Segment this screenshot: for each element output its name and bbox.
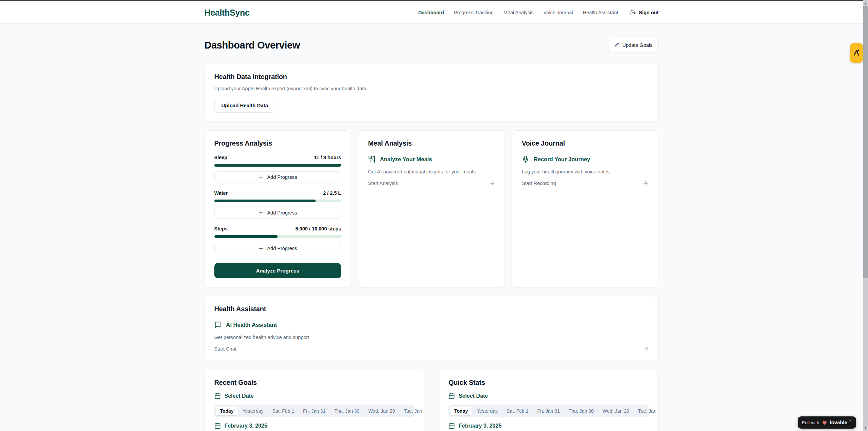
microphone-icon <box>522 155 529 163</box>
select-date-label: Select Date <box>459 393 488 399</box>
recent-goals-selected-date[interactable]: February 3, 2025 <box>214 423 415 429</box>
date-tab[interactable]: Fri, Jan 31 <box>533 407 564 415</box>
quick-stats-date-tabs: Today Yesterday Sat, Feb 1 Fri, Jan 31 T… <box>448 405 649 417</box>
calendar-icon <box>214 423 221 429</box>
heart-icon <box>822 420 828 426</box>
brand-logo[interactable]: HealthSync <box>205 8 250 18</box>
metrics-list: Sleep 11 / 8 hours <box>214 155 341 254</box>
start-recording-action[interactable]: Start Recording <box>522 180 649 186</box>
side-tab-button[interactable] <box>850 43 863 63</box>
progress-bar-fill <box>214 200 316 202</box>
nav-link[interactable]: Voice Journal <box>543 10 573 15</box>
meal-analysis-card: Meal Analysis Analyze Your Meals Get AI-… <box>358 130 505 287</box>
vertical-scrollbar[interactable]: ▲ ▼ <box>863 0 868 431</box>
nav-link[interactable]: Progress Tracking <box>454 10 494 15</box>
feature-cards-row: Progress Analysis Sleep 11 / 8 hours <box>205 130 659 287</box>
progress-analysis-card: Progress Analysis Sleep 11 / 8 hours <box>205 130 351 287</box>
date-tab[interactable]: Today <box>216 407 238 415</box>
selected-date-label: February 3, 2025 <box>225 423 267 429</box>
analyze-your-meals-label: Analyze Your Meals <box>380 156 432 163</box>
main-nav: Dashboard Progress Tracking Meal Analysi… <box>418 10 658 16</box>
date-tab[interactable]: Today <box>450 407 472 415</box>
voice-journal-card: Voice Journal Record Your Journey Log yo… <box>512 130 659 287</box>
scroll-up-arrow-icon[interactable]: ▲ <box>863 1 868 6</box>
metric-block: Water 2 / 2.5 L Ad <box>214 190 341 219</box>
date-tab[interactable]: Sat, Feb 1 <box>502 407 533 415</box>
progress-analysis-title: Progress Analysis <box>214 139 341 147</box>
plus-icon <box>258 210 264 215</box>
record-your-journey-link[interactable]: Record Your Journey <box>522 155 649 163</box>
analyze-progress-button[interactable]: Analyze Progress <box>214 263 341 278</box>
nav-link[interactable]: Health Assistant <box>583 10 618 15</box>
browser-viewport: HealthSync Dashboard Progress Tracking M… <box>0 0 863 431</box>
add-progress-label: Add Progress <box>267 246 297 251</box>
ai-health-assistant-link[interactable]: AI Health Assistant <box>214 321 649 329</box>
date-tab[interactable]: Tue, Jan 28 <box>634 407 659 415</box>
lovable-label: lovable <box>830 420 847 425</box>
add-progress-label: Add Progress <box>267 174 297 180</box>
metric-value: 5,000 / 10,000 steps <box>296 226 341 231</box>
page-title: Dashboard Overview <box>205 40 300 51</box>
metric-block: Steps 5,000 / 10,000 steps <box>214 226 341 254</box>
update-goals-button[interactable]: Update Goals <box>608 38 659 52</box>
health-assistant-description: Get personalized health advice and suppo… <box>214 335 649 340</box>
date-tab[interactable]: Tue, Jan 28 <box>399 407 424 415</box>
add-progress-button[interactable]: Add Progress <box>214 207 341 219</box>
edit-with-label: Edit with <box>802 420 819 425</box>
quick-stats-card: Quick Stats Select Date Today <box>439 370 659 431</box>
start-analysis-label: Start Analysis <box>368 181 398 186</box>
start-analysis-action[interactable]: Start Analysis <box>368 180 495 186</box>
progress-bar-fill <box>214 164 341 167</box>
add-progress-button[interactable]: Add Progress <box>214 243 341 254</box>
progress-bar-fill <box>214 235 278 238</box>
calendar-icon <box>448 393 455 399</box>
metric-block: Sleep 11 / 8 hours <box>214 155 341 183</box>
metric-label: Sleep <box>214 155 228 160</box>
nav-link[interactable]: Meal Analysis <box>503 10 534 15</box>
quick-stats-select-date[interactable]: Select Date <box>448 393 649 399</box>
metric-label: Steps <box>214 226 228 231</box>
progress-bar-track <box>214 235 341 238</box>
date-tab[interactable]: Fri, Jan 31 <box>299 407 330 415</box>
record-your-journey-label: Record Your Journey <box>534 156 590 163</box>
metric-value: 11 / 8 hours <box>314 155 341 160</box>
add-progress-label: Add Progress <box>267 210 297 215</box>
date-tab[interactable]: Thu, Jan 30 <box>564 407 598 415</box>
scroll-down-arrow-icon[interactable]: ▼ <box>863 425 868 430</box>
main-content: Dashboard Overview Update Goals Health D… <box>205 24 659 431</box>
voice-journal-description: Log your health journey with voice notes <box>522 169 649 174</box>
start-chat-action[interactable]: Start Chat <box>214 346 649 352</box>
quick-stats-title: Quick Stats <box>448 379 649 387</box>
arrow-right-icon <box>643 346 649 352</box>
utensils-icon <box>368 155 375 163</box>
arrow-right-icon <box>489 180 495 186</box>
nav-link[interactable]: Dashboard <box>418 10 444 15</box>
calendar-icon <box>448 423 455 429</box>
metric-label: Water <box>214 190 228 196</box>
meal-analysis-title: Meal Analysis <box>368 139 495 147</box>
side-tab-logo-icon <box>853 49 860 57</box>
integration-description: Upload your Apple Health export (export.… <box>214 86 649 91</box>
date-tab[interactable]: Yesterday <box>472 407 502 415</box>
plus-icon <box>258 174 264 180</box>
recent-goals-select-date[interactable]: Select Date <box>214 393 415 399</box>
edit-with-lovable-badge[interactable]: Edit with lovable × <box>798 416 856 429</box>
pencil-icon <box>614 43 619 48</box>
date-tab[interactable]: Wed, Jan 29 <box>364 407 399 415</box>
selected-date-label: February 3, 2025 <box>459 423 501 429</box>
badge-close-icon[interactable]: × <box>849 418 852 423</box>
date-tab[interactable]: Thu, Jan 30 <box>330 407 364 415</box>
plus-icon <box>258 246 264 251</box>
start-chat-label: Start Chat <box>214 346 236 352</box>
integration-title: Health Data Integration <box>214 73 649 81</box>
scrollbar-thumb[interactable] <box>863 6 868 278</box>
quick-stats-selected-date[interactable]: February 3, 2025 <box>448 423 649 429</box>
add-progress-button[interactable]: Add Progress <box>214 171 341 183</box>
date-tab[interactable]: Yesterday <box>238 407 268 415</box>
progress-bar-track <box>214 200 341 202</box>
date-tab[interactable]: Wed, Jan 29 <box>598 407 634 415</box>
analyze-your-meals-link[interactable]: Analyze Your Meals <box>368 155 495 163</box>
upload-health-data-button[interactable]: Upload Health Data <box>214 98 276 113</box>
sign-out-button[interactable]: Sign out <box>630 10 659 16</box>
date-tab[interactable]: Sat, Feb 1 <box>268 407 299 415</box>
